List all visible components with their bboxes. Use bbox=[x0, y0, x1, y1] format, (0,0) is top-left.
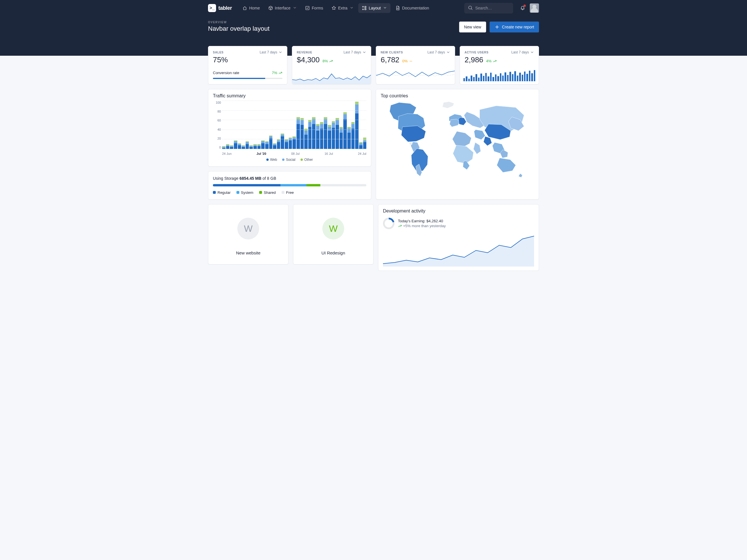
storage-legend-item: Regular bbox=[213, 190, 231, 195]
storage-legend-item: Shared bbox=[259, 190, 276, 195]
period-dropdown[interactable]: Last 7 days bbox=[260, 50, 282, 54]
chevron-down-icon bbox=[383, 6, 387, 10]
star-icon bbox=[331, 5, 336, 10]
stat-value: 2,986 bbox=[465, 55, 483, 64]
dev-activity-sparkline bbox=[383, 235, 534, 267]
active-users-sparkbars bbox=[463, 70, 535, 81]
brand-name: tabler bbox=[218, 5, 232, 11]
nav-home[interactable]: Home bbox=[239, 3, 263, 13]
stat-label: NEW CLIENTS bbox=[381, 51, 403, 54]
page-header: OVERVIEW Navbar overlap layout bbox=[208, 21, 269, 32]
search-input[interactable] bbox=[475, 6, 510, 10]
page-title: Navbar overlap layout bbox=[208, 25, 269, 32]
traffic-legend: Web Social Other bbox=[213, 158, 366, 162]
nav-label: Layout bbox=[369, 6, 381, 10]
storage-prefix: Using Storage bbox=[213, 176, 240, 181]
page-pretitle: OVERVIEW bbox=[208, 21, 269, 24]
nav-layout[interactable]: Layout bbox=[358, 3, 390, 13]
trend-up-icon bbox=[329, 59, 333, 63]
earning-donut bbox=[383, 218, 394, 229]
stat-label: REVENUE bbox=[297, 51, 312, 54]
storage-card: Using Storage 6854.45 MB of 8 GB Regular… bbox=[208, 171, 371, 199]
storage-suffix: of 8 GB bbox=[261, 176, 276, 181]
nav-label: Forms bbox=[312, 6, 323, 10]
stat-label: ACTIVE USERS bbox=[465, 51, 489, 54]
create-report-button[interactable]: Create new report bbox=[490, 22, 539, 32]
nav-documentation[interactable]: Documentation bbox=[392, 3, 432, 13]
button-label: New view bbox=[464, 25, 481, 29]
search-icon bbox=[468, 5, 473, 11]
file-text-icon bbox=[395, 5, 400, 10]
trend-up-icon bbox=[493, 59, 497, 63]
period-label: Last 7 days bbox=[260, 50, 277, 54]
period-dropdown[interactable]: Last 7 days bbox=[511, 50, 534, 54]
nav-label: Extra bbox=[338, 6, 347, 10]
project-card-ui-redesign[interactable]: W UI Redesign bbox=[293, 204, 374, 265]
project-title: New website bbox=[236, 250, 260, 255]
layout-icon bbox=[362, 5, 367, 10]
top-countries-card: Top countries bbox=[376, 89, 539, 199]
stat-sales-card: SALES Last 7 days 75% Conversion rate 7% bbox=[208, 46, 287, 84]
nav-extra[interactable]: Extra bbox=[328, 3, 357, 13]
plus-icon bbox=[494, 24, 499, 30]
home-icon bbox=[242, 5, 248, 10]
earning-value: $4,262.40 bbox=[427, 219, 443, 223]
period-dropdown[interactable]: Last 7 days bbox=[344, 50, 366, 54]
clients-sparkline bbox=[376, 69, 455, 79]
new-view-button[interactable]: New view bbox=[459, 22, 486, 32]
storage-bar bbox=[213, 184, 366, 186]
period-dropdown[interactable]: Last 7 days bbox=[428, 50, 450, 54]
chevron-down-icon bbox=[446, 50, 450, 54]
stat-active-card: ACTIVE USERS Last 7 days 2,986 4% bbox=[460, 46, 539, 84]
earning-label: Today's Earning: bbox=[398, 219, 427, 223]
revenue-sparkline bbox=[292, 68, 371, 84]
project-card-new-website[interactable]: W New website bbox=[208, 204, 288, 265]
stat-value: 75% bbox=[213, 55, 282, 64]
chevron-down-icon bbox=[293, 6, 297, 10]
nav-forms[interactable]: Forms bbox=[301, 3, 327, 13]
traffic-summary-card: Traffic summary 100806040200 24 JunJul '… bbox=[208, 89, 371, 166]
period-label: Last 7 days bbox=[511, 50, 529, 54]
chevron-down-icon bbox=[278, 50, 282, 54]
stat-delta: 4% bbox=[486, 59, 492, 63]
notifications-button[interactable] bbox=[520, 5, 525, 11]
earning-more: +5% more than yesterday bbox=[403, 224, 446, 228]
stat-label: SALES bbox=[213, 51, 224, 54]
button-label: Create new report bbox=[502, 25, 534, 29]
trend-up-icon bbox=[398, 224, 402, 228]
project-title: UI Redesign bbox=[321, 250, 345, 255]
brand-logo[interactable]: >_ tabler bbox=[208, 4, 232, 12]
stat-delta: 8% bbox=[323, 59, 328, 63]
trend-up-icon bbox=[278, 71, 282, 75]
card-title: Top countries bbox=[376, 89, 539, 99]
search-box[interactable] bbox=[464, 3, 513, 14]
conversion-label: Conversion rate bbox=[213, 71, 239, 75]
package-icon bbox=[268, 5, 273, 10]
world-map[interactable] bbox=[381, 100, 534, 184]
conversion-pct: 7% bbox=[272, 71, 277, 75]
user-avatar[interactable] bbox=[530, 3, 539, 12]
nav-label: Home bbox=[249, 6, 260, 10]
brand-logo-mark: >_ bbox=[208, 4, 216, 12]
main-nav: Home Interface Forms Extra Layout bbox=[239, 3, 432, 13]
legend-web: Web bbox=[270, 158, 277, 162]
conversion-progress bbox=[213, 78, 282, 79]
chevron-down-icon bbox=[362, 50, 366, 54]
period-label: Last 7 days bbox=[344, 50, 361, 54]
storage-used: 6854.45 MB bbox=[240, 176, 261, 181]
card-title: Development activity bbox=[378, 205, 539, 214]
stat-value: 6,782 bbox=[381, 55, 400, 64]
stat-revenue-card: REVENUE Last 7 days $4,300 8% bbox=[292, 46, 371, 84]
period-label: Last 7 days bbox=[428, 50, 445, 54]
stat-delta: 0% bbox=[402, 59, 408, 63]
storage-legend-item: System bbox=[236, 190, 253, 195]
project-avatar: W bbox=[323, 218, 344, 240]
notification-dot bbox=[523, 5, 526, 7]
checkbox-icon bbox=[305, 5, 310, 10]
development-activity-card: Development activity Today's Earning: $4… bbox=[378, 204, 539, 271]
storage-legend: RegularSystemSharedFree bbox=[213, 190, 366, 195]
nav-label: Interface bbox=[275, 6, 290, 10]
stat-clients-card: NEW CLIENTS Last 7 days 6,782 0% bbox=[376, 46, 455, 84]
project-avatar: W bbox=[237, 218, 259, 240]
nav-interface[interactable]: Interface bbox=[265, 3, 300, 13]
